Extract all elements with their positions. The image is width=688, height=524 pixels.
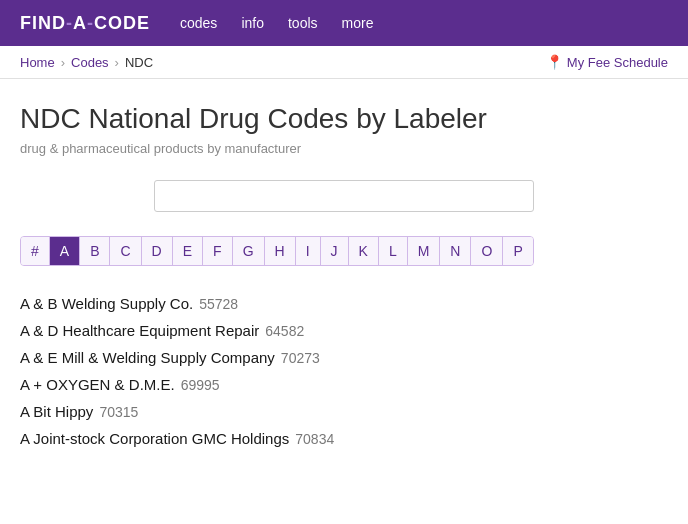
alpha-nav-g[interactable]: G <box>233 237 265 265</box>
alpha-nav-m[interactable]: M <box>408 237 441 265</box>
alpha-nav-p[interactable]: P <box>503 237 532 265</box>
entry-code: 55728 <box>199 296 238 312</box>
entry-code: 70315 <box>99 404 138 420</box>
header: FIND-A-CODE codes info tools more <box>0 0 688 46</box>
list-item: A & B Welding Supply Co.55728 <box>20 290 668 317</box>
entry-link[interactable]: A Bit Hippy <box>20 403 93 420</box>
page-subtitle: drug & pharmaceutical products by manufa… <box>20 141 668 156</box>
logo-dash: - <box>66 13 73 33</box>
breadcrumb-home[interactable]: Home <box>20 55 55 70</box>
entry-code: 69995 <box>181 377 220 393</box>
breadcrumb-codes[interactable]: Codes <box>71 55 109 70</box>
location-icon: 📍 <box>546 54 563 70</box>
breadcrumb-current: NDC <box>125 55 153 70</box>
entry-code: 64582 <box>265 323 304 339</box>
search-container <box>20 180 668 212</box>
entry-code: 70273 <box>281 350 320 366</box>
main-content: NDC National Drug Codes by Labeler drug … <box>0 79 688 472</box>
entry-link[interactable]: A & E Mill & Welding Supply Company <box>20 349 275 366</box>
alpha-nav-d[interactable]: D <box>142 237 173 265</box>
alpha-nav-b[interactable]: B <box>80 237 110 265</box>
list-item: A Bit Hippy70315 <box>20 398 668 425</box>
logo-dash2: - <box>87 13 94 33</box>
entry-link[interactable]: A & B Welding Supply Co. <box>20 295 193 312</box>
alpha-nav-j[interactable]: J <box>321 237 349 265</box>
list-item: A & E Mill & Welding Supply Company70273 <box>20 344 668 371</box>
alpha-nav-h[interactable]: H <box>265 237 296 265</box>
entry-link[interactable]: A + OXYGEN & D.M.E. <box>20 376 175 393</box>
main-nav: codes info tools more <box>180 15 373 31</box>
alpha-nav-a[interactable]: A <box>50 237 80 265</box>
alpha-nav-c[interactable]: C <box>110 237 141 265</box>
search-input[interactable] <box>154 180 534 212</box>
fee-schedule-link[interactable]: 📍 My Fee Schedule <box>546 54 668 70</box>
nav-codes[interactable]: codes <box>180 15 217 31</box>
list-item: A Joint-stock Corporation GMC Holdings70… <box>20 425 668 452</box>
fee-schedule-label: My Fee Schedule <box>567 55 668 70</box>
alpha-nav: #ABCDEFGHIJKLMNOP <box>20 236 534 266</box>
list-item: A + OXYGEN & D.M.E.69995 <box>20 371 668 398</box>
alpha-nav-o[interactable]: O <box>471 237 503 265</box>
alpha-nav-k[interactable]: K <box>349 237 379 265</box>
nav-tools[interactable]: tools <box>288 15 318 31</box>
list-item: A & D Healthcare Equipment Repair64582 <box>20 317 668 344</box>
nav-more[interactable]: more <box>342 15 374 31</box>
alpha-nav-n[interactable]: N <box>440 237 471 265</box>
nav-info[interactable]: info <box>241 15 264 31</box>
entries-list: A & B Welding Supply Co.55728A & D Healt… <box>20 290 668 452</box>
entry-link[interactable]: A & D Healthcare Equipment Repair <box>20 322 259 339</box>
breadcrumb-sep2: › <box>115 55 119 70</box>
alpha-nav-l[interactable]: L <box>379 237 408 265</box>
alpha-nav-#[interactable]: # <box>21 237 50 265</box>
entry-link[interactable]: A Joint-stock Corporation GMC Holdings <box>20 430 289 447</box>
breadcrumb: Home › Codes › NDC <box>20 55 153 70</box>
breadcrumb-sep1: › <box>61 55 65 70</box>
page-title: NDC National Drug Codes by Labeler <box>20 103 668 135</box>
logo: FIND-A-CODE <box>20 13 150 34</box>
breadcrumb-bar: Home › Codes › NDC 📍 My Fee Schedule <box>0 46 688 79</box>
alpha-nav-e[interactable]: E <box>173 237 203 265</box>
alpha-nav-i[interactable]: I <box>296 237 321 265</box>
alpha-nav-f[interactable]: F <box>203 237 233 265</box>
entry-code: 70834 <box>295 431 334 447</box>
